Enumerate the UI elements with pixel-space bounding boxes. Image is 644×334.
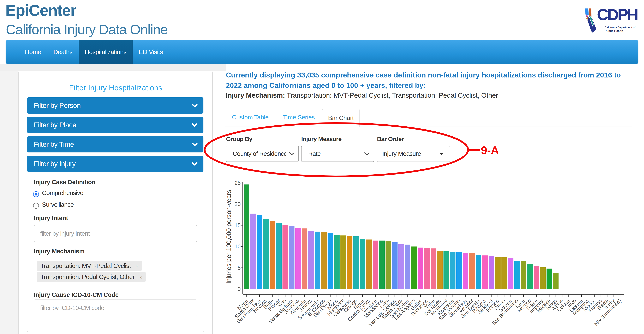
svg-text:20: 20: [234, 201, 240, 207]
svg-text:15: 15: [234, 222, 240, 228]
svg-text:10: 10: [234, 244, 240, 250]
svg-text:0: 0: [238, 286, 240, 292]
svg-text:25: 25: [234, 180, 240, 186]
svg-text:5: 5: [238, 265, 240, 271]
svg-text:Injuries per 100,000 person-ye: Injuries per 100,000 person-years: [225, 190, 232, 284]
